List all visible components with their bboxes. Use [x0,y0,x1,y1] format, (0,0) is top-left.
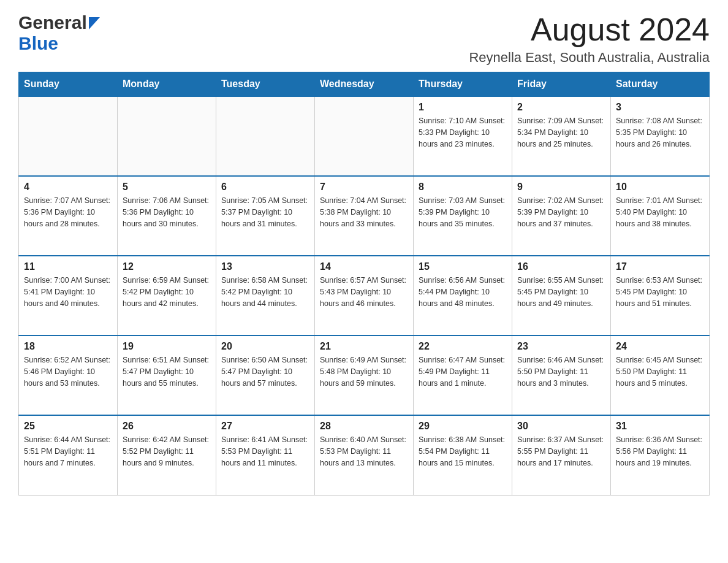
day-number: 4 [24,182,112,193]
table-row: 16Sunrise: 6:55 AM Sunset: 5:45 PM Dayli… [512,256,611,335]
day-info: Sunrise: 7:03 AM Sunset: 5:39 PM Dayligh… [419,195,507,229]
day-info: Sunrise: 6:56 AM Sunset: 5:44 PM Dayligh… [419,275,507,309]
day-number: 16 [517,261,605,272]
table-row: 21Sunrise: 6:49 AM Sunset: 5:48 PM Dayli… [315,335,414,415]
day-number: 26 [123,421,211,432]
day-info: Sunrise: 6:46 AM Sunset: 5:50 PM Dayligh… [517,354,605,389]
table-row: 28Sunrise: 6:40 AM Sunset: 5:53 PM Dayli… [315,415,414,495]
day-number: 22 [419,341,507,352]
table-row: 11Sunrise: 7:00 AM Sunset: 5:41 PM Dayli… [19,256,118,335]
table-row: 5Sunrise: 7:06 AM Sunset: 5:36 PM Daylig… [118,176,216,256]
page-header: General Blue August 2024 Reynella East, … [18,12,710,66]
table-row: 13Sunrise: 6:58 AM Sunset: 5:42 PM Dayli… [216,256,315,335]
table-row: 20Sunrise: 6:50 AM Sunset: 5:47 PM Dayli… [216,335,315,415]
day-info: Sunrise: 6:59 AM Sunset: 5:42 PM Dayligh… [123,275,211,309]
table-row [315,96,414,176]
day-number: 27 [221,421,309,432]
table-row: 30Sunrise: 6:37 AM Sunset: 5:55 PM Dayli… [512,415,611,495]
calendar-week-row: 25Sunrise: 6:44 AM Sunset: 5:51 PM Dayli… [19,415,710,495]
day-info: Sunrise: 6:41 AM Sunset: 5:53 PM Dayligh… [221,434,309,469]
day-number: 25 [24,421,112,432]
day-info: Sunrise: 7:01 AM Sunset: 5:40 PM Dayligh… [616,195,704,229]
table-row: 8Sunrise: 7:03 AM Sunset: 5:39 PM Daylig… [414,176,512,256]
table-row: 12Sunrise: 6:59 AM Sunset: 5:42 PM Dayli… [118,256,216,335]
day-number: 2 [517,102,605,113]
col-thursday: Thursday [414,72,512,97]
day-number: 14 [320,261,408,272]
day-info: Sunrise: 7:09 AM Sunset: 5:34 PM Dayligh… [517,115,605,150]
logo: General Blue [18,12,100,54]
title-block: August 2024 Reynella East, South Austral… [469,12,710,66]
day-info: Sunrise: 7:02 AM Sunset: 5:39 PM Dayligh… [517,195,605,229]
day-info: Sunrise: 6:44 AM Sunset: 5:51 PM Dayligh… [24,434,112,469]
day-number: 10 [616,182,704,193]
table-row: 10Sunrise: 7:01 AM Sunset: 5:40 PM Dayli… [611,176,710,256]
day-info: Sunrise: 7:05 AM Sunset: 5:37 PM Dayligh… [221,195,309,229]
day-info: Sunrise: 6:47 AM Sunset: 5:49 PM Dayligh… [419,354,507,389]
day-number: 19 [123,341,211,352]
day-info: Sunrise: 6:40 AM Sunset: 5:53 PM Dayligh… [320,434,408,469]
table-row: 7Sunrise: 7:04 AM Sunset: 5:38 PM Daylig… [315,176,414,256]
logo-triangle-icon [89,17,100,29]
day-number: 29 [419,421,507,432]
day-number: 12 [123,261,211,272]
day-number: 8 [419,182,507,193]
day-info: Sunrise: 6:55 AM Sunset: 5:45 PM Dayligh… [517,275,605,309]
day-number: 6 [221,182,309,193]
day-number: 9 [517,182,605,193]
day-number: 1 [419,102,507,113]
day-number: 13 [221,261,309,272]
col-tuesday: Tuesday [216,72,315,97]
table-row: 17Sunrise: 6:53 AM Sunset: 5:45 PM Dayli… [611,256,710,335]
table-row: 27Sunrise: 6:41 AM Sunset: 5:53 PM Dayli… [216,415,315,495]
table-row: 9Sunrise: 7:02 AM Sunset: 5:39 PM Daylig… [512,176,611,256]
day-number: 24 [616,341,704,352]
col-monday: Monday [118,72,216,97]
calendar-table: Sunday Monday Tuesday Wednesday Thursday… [18,72,710,496]
col-sunday: Sunday [19,72,118,97]
day-number: 20 [221,341,309,352]
day-number: 3 [616,102,704,113]
day-number: 17 [616,261,704,272]
day-info: Sunrise: 6:50 AM Sunset: 5:47 PM Dayligh… [221,354,309,389]
day-info: Sunrise: 6:37 AM Sunset: 5:55 PM Dayligh… [517,434,605,469]
location-title: Reynella East, South Australia, Australi… [469,50,710,66]
table-row: 25Sunrise: 6:44 AM Sunset: 5:51 PM Dayli… [19,415,118,495]
calendar-week-row: 18Sunrise: 6:52 AM Sunset: 5:46 PM Dayli… [19,335,710,415]
table-row: 1Sunrise: 7:10 AM Sunset: 5:33 PM Daylig… [414,96,512,176]
day-info: Sunrise: 6:45 AM Sunset: 5:50 PM Dayligh… [616,354,704,389]
day-number: 11 [24,261,112,272]
logo-blue: Blue [18,33,58,53]
day-info: Sunrise: 7:04 AM Sunset: 5:38 PM Dayligh… [320,195,408,229]
day-info: Sunrise: 6:57 AM Sunset: 5:43 PM Dayligh… [320,275,408,309]
table-row: 15Sunrise: 6:56 AM Sunset: 5:44 PM Dayli… [414,256,512,335]
table-row: 29Sunrise: 6:38 AM Sunset: 5:54 PM Dayli… [414,415,512,495]
day-number: 5 [123,182,211,193]
table-row: 14Sunrise: 6:57 AM Sunset: 5:43 PM Dayli… [315,256,414,335]
day-number: 28 [320,421,408,432]
table-row [216,96,315,176]
col-friday: Friday [512,72,611,97]
day-info: Sunrise: 7:10 AM Sunset: 5:33 PM Dayligh… [419,115,507,150]
day-info: Sunrise: 6:42 AM Sunset: 5:52 PM Dayligh… [123,434,211,469]
day-info: Sunrise: 7:07 AM Sunset: 5:36 PM Dayligh… [24,195,112,229]
table-row: 24Sunrise: 6:45 AM Sunset: 5:50 PM Dayli… [611,335,710,415]
table-row: 19Sunrise: 6:51 AM Sunset: 5:47 PM Dayli… [118,335,216,415]
day-info: Sunrise: 6:36 AM Sunset: 5:56 PM Dayligh… [616,434,704,469]
table-row: 23Sunrise: 6:46 AM Sunset: 5:50 PM Dayli… [512,335,611,415]
day-number: 30 [517,421,605,432]
table-row [118,96,216,176]
table-row: 3Sunrise: 7:08 AM Sunset: 5:35 PM Daylig… [611,96,710,176]
day-info: Sunrise: 7:06 AM Sunset: 5:36 PM Dayligh… [123,195,211,229]
day-info: Sunrise: 6:38 AM Sunset: 5:54 PM Dayligh… [419,434,507,469]
day-number: 18 [24,341,112,352]
day-number: 23 [517,341,605,352]
table-row: 31Sunrise: 6:36 AM Sunset: 5:56 PM Dayli… [611,415,710,495]
day-number: 15 [419,261,507,272]
day-info: Sunrise: 7:00 AM Sunset: 5:41 PM Dayligh… [24,275,112,309]
svg-marker-0 [89,17,100,29]
day-number: 7 [320,182,408,193]
calendar-week-row: 11Sunrise: 7:00 AM Sunset: 5:41 PM Dayli… [19,256,710,335]
month-title: August 2024 [469,12,710,47]
table-row: 4Sunrise: 7:07 AM Sunset: 5:36 PM Daylig… [19,176,118,256]
